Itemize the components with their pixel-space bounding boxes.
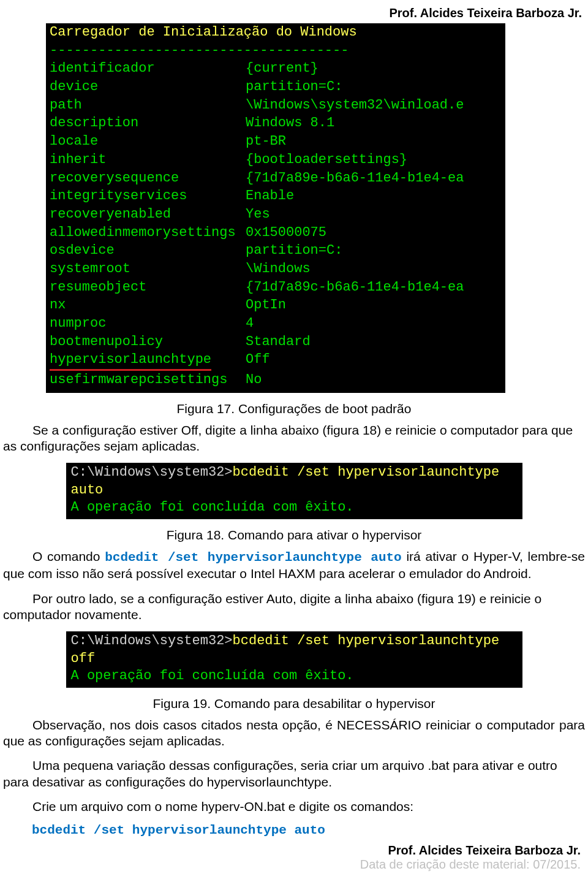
terminal-divider: ------------------------------------- (50, 42, 502, 60)
terminal-row: devicepartition=C: (50, 78, 502, 96)
inline-command: bcdedit /set hypervisorlaunchtype auto (105, 550, 402, 565)
terminal-row: recoveryenabledYes (50, 205, 502, 224)
terminal-row: inherit{bootloadersettings} (50, 151, 502, 169)
terminal-bcdedit-output: Carregador de Inicialização do Windows--… (46, 23, 505, 393)
terminal-row: identificador{current} (50, 59, 502, 78)
terminal-row: systemroot\Windows (50, 260, 502, 278)
para2-text-a: O comando (32, 549, 105, 563)
cmd2-prompt: C:\Windows\system32> (71, 633, 233, 649)
footer-author: Prof. Alcides Teixeira Barboza Jr. (0, 843, 581, 858)
cmd2-result: A operação foi concluída com êxito. (71, 668, 518, 685)
terminal-row: numproc4 (50, 314, 502, 333)
terminal-row: recoverysequence{71d7a89e-b6a6-11e4-b1e4… (50, 169, 502, 188)
terminal-row: nxOptIn (50, 296, 502, 314)
terminal-row: osdevicepartition=C: (50, 242, 502, 260)
paragraph-5: Uma pequena variação dessas configuraçõe… (3, 758, 585, 790)
cmd-block-enable: C:\Windows\system32>bcdedit /set hypervi… (66, 463, 522, 519)
figure17-caption: Figura 17. Configurações de boot padrão (0, 401, 588, 416)
figure19-caption: Figura 19. Comando para desabilitar o hy… (0, 696, 588, 711)
terminal-row: hypervisorlaunchtypeOff (50, 351, 502, 371)
bat-command: bcdedit /set hypervisorlaunchtype auto (32, 823, 585, 837)
paragraph-4: Observação, nos dois casos citados nesta… (3, 717, 585, 750)
footer-date: Data de criação deste material: 07/2015. (0, 858, 581, 872)
cmd-block-disable: C:\Windows\system32>bcdedit /set hypervi… (66, 631, 522, 688)
paragraph-1: Se a configuração estiver Off, digite a … (3, 422, 585, 455)
terminal-row: resumeobject{71d7a89c-b6a6-11e4-b1e4-ea (50, 278, 502, 297)
header-author: Prof. Alcides Teixeira Barboza Jr. (0, 0, 588, 23)
terminal-row: bootmenupolicyStandard (50, 333, 502, 351)
terminal-row: descriptionWindows 8.1 (50, 114, 502, 132)
figure18-caption: Figura 18. Comando para ativar o hypervi… (0, 528, 588, 542)
terminal-row: localept-BR (50, 132, 502, 151)
terminal-title: Carregador de Inicialização do Windows (50, 23, 502, 42)
terminal-row: allowedinmemorysettings0x15000075 (50, 224, 502, 242)
terminal-row: usefirmwarepcisettingsNo (50, 371, 502, 389)
terminal-row: path\Windows\system32\winload.e (50, 96, 502, 115)
terminal-row: integrityservicesEnable (50, 187, 502, 205)
cmd1-result: A operação foi concluída com êxito. (71, 499, 518, 517)
cmd1-prompt: C:\Windows\system32> (71, 465, 233, 480)
paragraph-2: O comando bcdedit /set hypervisorlauncht… (3, 549, 585, 582)
paragraph-3: Por outro lado, se a configuração estive… (3, 591, 585, 623)
paragraph-6: Crie um arquivo com o nome hyperv-ON.bat… (3, 799, 585, 815)
